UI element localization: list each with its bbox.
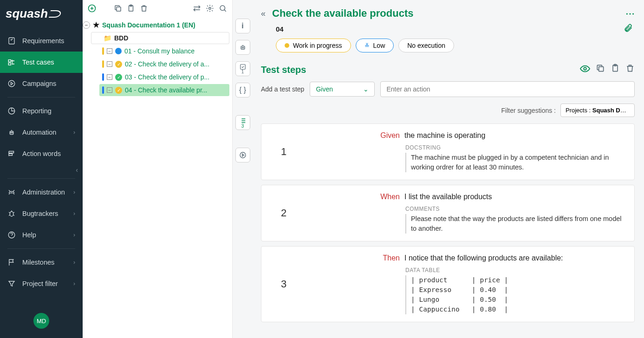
nav-milestones[interactable]: Milestones › — [0, 252, 83, 273]
add-icon[interactable] — [87, 4, 97, 13]
meta-label: DOCSTRING — [405, 144, 626, 151]
actionwords-icon — [7, 150, 16, 158]
tree-project[interactable]: − ★ Squash Documentation 1 (EN) — [83, 19, 232, 31]
item-label: 04 - Check the available pr... — [125, 86, 207, 94]
step-card[interactable]: 3 ThenI notice that the following produc… — [261, 246, 635, 322]
transfer-icon[interactable] — [192, 4, 202, 13]
nav-label: Project filter — [22, 280, 58, 287]
action-input[interactable] — [380, 81, 635, 97]
status-check-icon: ✓ — [115, 61, 122, 68]
filter-chip[interactable]: Projects : Squash Doc... — [560, 104, 635, 117]
nav-campaigns[interactable]: Campaigns — [0, 73, 83, 94]
nav-automation[interactable]: Automation › — [0, 122, 83, 143]
nav-label: Administration — [22, 188, 65, 196]
svg-rect-12 — [117, 7, 121, 11]
braces-button[interactable]: { } — [235, 83, 250, 98]
paste-icon[interactable] — [611, 64, 620, 76]
copy-icon[interactable] — [113, 4, 123, 13]
folder-icon: 📁 — [104, 34, 111, 42]
execution-badge[interactable]: No execution — [398, 39, 454, 52]
nav-testcases[interactable]: Test cases — [0, 52, 83, 73]
page-title: Check the available products — [272, 7, 413, 20]
nav-label: Automation — [22, 129, 56, 136]
priority-badge[interactable]: ≚Low — [356, 39, 394, 52]
status-dot — [115, 48, 122, 54]
tree-item[interactable]: − ✓ 03 - Check the delivery of p... — [99, 71, 229, 83]
svg-point-19 — [243, 47, 243, 48]
leaf-icon: − — [107, 48, 112, 54]
sidebar-collapse[interactable]: ‹ — [0, 164, 83, 176]
nav-bugtrackers[interactable]: Bugtrackers › — [0, 203, 83, 224]
nav-projectfilter[interactable]: Project filter › — [0, 273, 83, 294]
svg-point-16 — [220, 6, 225, 11]
nav-requirements[interactable]: Requirements — [0, 30, 83, 52]
delete-icon[interactable] — [625, 64, 635, 76]
settings-icon[interactable] — [205, 4, 215, 13]
robot-button[interactable] — [235, 40, 250, 55]
preview-icon[interactable] — [580, 64, 590, 76]
leaf-icon: − — [107, 61, 112, 67]
automation-icon — [7, 128, 16, 136]
svg-point-23 — [584, 67, 586, 70]
nav-reporting[interactable]: Reporting — [0, 100, 83, 122]
milestones-icon — [7, 258, 16, 266]
administration-icon — [7, 188, 16, 196]
leaf-icon: − — [107, 74, 112, 80]
nav-label: Campaigns — [22, 80, 56, 87]
status-badge[interactable]: Work in progress — [276, 39, 351, 52]
checklist-button[interactable]: 1 — [235, 61, 250, 76]
testcase-id: 04 — [276, 25, 635, 33]
info-button[interactable]: i — [235, 19, 250, 33]
tree-item[interactable]: − ✓ 02 - Check the delivery of a... — [99, 58, 229, 70]
tree-item-selected[interactable]: − ✓ 04 - Check the available pr... — [99, 84, 229, 96]
bugtrackers-icon — [7, 209, 16, 218]
more-icon[interactable]: ⋯ — [625, 8, 635, 19]
tree-folder[interactable]: − 📁 BDD — [91, 32, 229, 44]
list-button[interactable]: 3 — [235, 115, 250, 130]
chevron-down-icon: ⌄ — [363, 85, 369, 93]
attachment-icon[interactable] — [624, 23, 633, 36]
collapse-left-icon[interactable]: « — [261, 9, 266, 19]
nav-label: Reporting — [22, 107, 52, 115]
svg-point-15 — [209, 7, 211, 10]
step-keyword: Given — [307, 131, 400, 140]
step-number: 1 — [270, 146, 298, 158]
delete-icon[interactable] — [139, 4, 149, 13]
step-text: the machine is operating — [404, 131, 485, 140]
chevron-right-icon: › — [73, 210, 75, 217]
item-label: 01 - Consult my balance — [124, 47, 195, 55]
meta-content: | product | price | | Expresso | 0.40 | … — [405, 275, 626, 314]
svg-marker-4 — [11, 82, 13, 85]
tree-item[interactable]: − 01 - Consult my balance — [99, 45, 229, 57]
chevron-right-icon: › — [73, 259, 75, 266]
user-avatar[interactable]: MD — [0, 304, 83, 338]
nav-actionwords[interactable]: Action words — [0, 143, 83, 164]
nav-label: Milestones — [22, 259, 54, 266]
collapse-toggle[interactable]: − — [83, 21, 90, 29]
project-label: Squash Documentation 1 (EN) — [102, 21, 195, 29]
copy-icon[interactable] — [596, 64, 605, 76]
main-panel: « Check the available products ⋯ 04 Work… — [253, 0, 644, 338]
step-keyword: Then — [307, 254, 400, 262]
nav-administration[interactable]: Administration › — [0, 182, 83, 203]
svg-point-18 — [242, 47, 242, 48]
folder-label: BDD — [114, 34, 128, 42]
status-check-icon: ✓ — [115, 87, 122, 94]
search-icon[interactable] — [218, 4, 228, 13]
item-label: 02 - Check the delivery of a... — [125, 60, 209, 68]
icon-rail: i 1 { } 3 — [232, 0, 253, 338]
keyword-select[interactable]: Given⌄ — [310, 82, 375, 97]
paste-icon[interactable] — [126, 4, 136, 13]
star-icon: ★ — [93, 20, 99, 29]
step-card[interactable]: 2 WhenI list the available products COMM… — [261, 185, 635, 241]
meta-label: COMMENTS — [405, 206, 626, 212]
testcases-icon — [7, 58, 16, 66]
step-card[interactable]: 1 Giventhe machine is operating DOCSTRIN… — [261, 124, 635, 180]
campaigns-icon — [7, 79, 16, 88]
play-button[interactable] — [235, 148, 250, 162]
chevron-right-icon: › — [73, 232, 75, 238]
svg-marker-22 — [242, 154, 244, 156]
tree-panel: − ★ Squash Documentation 1 (EN) − 📁 BDD … — [83, 0, 232, 338]
nav-help[interactable]: Help › — [0, 224, 83, 246]
nav-label: Requirements — [22, 37, 64, 45]
